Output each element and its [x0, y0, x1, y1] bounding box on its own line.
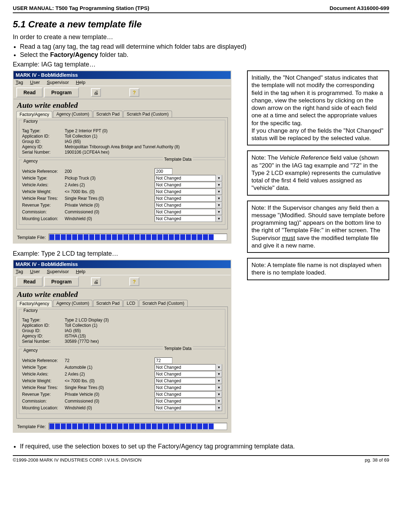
- mount-select[interactable]: Not Changed: [155, 405, 216, 411]
- chevron-down-icon[interactable]: ▼: [216, 195, 222, 202]
- footer-right: pg. 38 of 69: [365, 457, 389, 463]
- tab-agency-custom[interactable]: Agency (Custom): [53, 111, 92, 117]
- note-template-file: Note: A template file name is not displa…: [247, 258, 389, 280]
- menu-tag[interactable]: Tag: [16, 80, 23, 85]
- toolbar: Read Program 🖨 ?: [14, 275, 231, 288]
- rev-select[interactable]: Not Changed: [155, 391, 216, 398]
- read-button[interactable]: Read: [16, 277, 43, 287]
- menu-help[interactable]: Help: [76, 80, 85, 85]
- vref-input[interactable]: 72: [155, 357, 172, 364]
- factory-fieldset: Factory Tag Type:Type 2 Interior FPT (0)…: [19, 120, 225, 158]
- print-icon[interactable]: 🖨: [91, 88, 101, 97]
- agency-fieldset: Agency Template Data Vehicle Reference:2…: [19, 160, 225, 225]
- page-header: USER MANUAL: T500 Tag Programming Statio…: [13, 5, 389, 13]
- titlebar: MARK IV - BobMiddlemiss: [14, 260, 231, 268]
- vref-input[interactable]: 200: [155, 168, 172, 175]
- tab-scratch-pad-custom[interactable]: Scratch Pad (Custom): [123, 111, 172, 117]
- section-title: 5.1 Create a new template file: [13, 19, 389, 30]
- note-modified: Note: If the Supervisor changes any fiel…: [247, 201, 389, 253]
- template-data-legend: Template Data: [163, 157, 193, 162]
- tabs: Factory/Agency Agency (Custom) Scratch P…: [14, 110, 231, 117]
- chevron-down-icon[interactable]: ▼: [216, 202, 222, 208]
- page-footer: ©1999-2008 MARK IV INDUSTRIES CORP. I.V.…: [13, 455, 389, 463]
- progress-bar: [49, 234, 227, 241]
- tab-factory-agency[interactable]: Factory/Agency: [16, 111, 52, 118]
- chevron-down-icon[interactable]: ▼: [216, 209, 222, 215]
- menu-tag[interactable]: Tag: [16, 269, 23, 274]
- chevron-down-icon[interactable]: ▼: [216, 216, 222, 222]
- program-button[interactable]: Program: [44, 87, 79, 97]
- chevron-down-icon[interactable]: ▼: [216, 391, 222, 398]
- chevron-down-icon[interactable]: ▼: [216, 188, 222, 195]
- tab-agency-custom[interactable]: Agency (Custom): [53, 300, 92, 307]
- tabs: Factory/Agency Agency (Custom) Scratch P…: [14, 299, 231, 307]
- comm-select[interactable]: Not Changed: [155, 398, 216, 404]
- read-button[interactable]: Read: [16, 87, 43, 97]
- help-icon[interactable]: ?: [129, 88, 139, 97]
- factory-fieldset: Factory Tag Type:Type 2 LCD Display (3) …: [19, 309, 225, 347]
- chevron-down-icon[interactable]: ▼: [216, 182, 222, 188]
- menu-supervisor[interactable]: Supervisor: [47, 80, 69, 85]
- chevron-down-icon[interactable]: ▼: [216, 378, 222, 384]
- chevron-down-icon[interactable]: ▼: [216, 384, 222, 391]
- help-icon[interactable]: ?: [129, 277, 139, 286]
- chevron-down-icon[interactable]: ▼: [216, 175, 222, 181]
- agency-fieldset: Agency Template Data Vehicle Reference:7…: [19, 349, 225, 414]
- footer-left: ©1999-2008 MARK IV INDUSTRIES CORP. I.V.…: [13, 457, 141, 463]
- vrear-select[interactable]: Not Changed: [155, 195, 216, 202]
- comm-select[interactable]: Not Changed: [155, 209, 216, 215]
- vtype-select[interactable]: Not Changed: [155, 175, 216, 181]
- example1-caption: Example: IAG tag template…: [13, 61, 389, 68]
- vtype-select[interactable]: Not Changed: [155, 364, 216, 371]
- menubar: Tag User Supervisor Help: [14, 268, 231, 275]
- note-not-changed: Initially, the "Not Changed" status indi…: [247, 70, 389, 145]
- app-window-lcd: MARK IV - BobMiddlemiss Tag User Supervi…: [13, 260, 231, 433]
- app-window-iag: MARK IV - BobMiddlemiss Tag User Supervi…: [13, 70, 231, 244]
- vaxles-select[interactable]: Not Changed: [155, 371, 216, 377]
- template-file-row: Template File:: [14, 421, 231, 432]
- program-button[interactable]: Program: [44, 277, 79, 287]
- mount-select[interactable]: Not Changed: [155, 216, 216, 222]
- progress-bar: [49, 423, 227, 430]
- bullet-2: Select the Factory/Agency folder tab.: [20, 51, 389, 59]
- chevron-down-icon[interactable]: ▼: [216, 398, 222, 404]
- vweight-select[interactable]: Not Changed: [155, 378, 216, 384]
- print-icon[interactable]: 🖨: [91, 277, 101, 286]
- chevron-down-icon[interactable]: ▼: [216, 364, 222, 371]
- header-right: Document A316000-699: [329, 5, 389, 11]
- chevron-down-icon[interactable]: ▼: [216, 371, 222, 377]
- auto-write-label: Auto write enabled: [14, 288, 231, 299]
- bullet-bottom: If required, use the selection boxes to …: [20, 443, 389, 450]
- note-vehicle-reference: Note: The Vehicle Reference field value …: [247, 150, 389, 195]
- menu-user[interactable]: User: [30, 80, 40, 85]
- tab-scratch-pad[interactable]: Scratch Pad: [93, 111, 123, 117]
- intro-text: In order to create a new template…: [13, 33, 389, 41]
- template-file-row: Template File:: [14, 232, 231, 243]
- tab-factory-agency[interactable]: Factory/Agency: [16, 300, 52, 307]
- vrear-select[interactable]: Not Changed: [155, 384, 216, 391]
- menu-user[interactable]: User: [30, 269, 40, 274]
- menubar: Tag User Supervisor Help: [14, 79, 231, 86]
- vweight-select[interactable]: Not Changed: [155, 188, 216, 195]
- tab-lcd[interactable]: LCD: [123, 300, 138, 307]
- template-file-label: Template File:: [17, 235, 46, 240]
- template-file-label: Template File:: [17, 424, 46, 429]
- template-data-legend: Template Data: [163, 346, 193, 351]
- menu-help[interactable]: Help: [76, 269, 85, 274]
- menu-supervisor[interactable]: Supervisor: [47, 269, 69, 274]
- chevron-down-icon[interactable]: ▼: [216, 405, 222, 411]
- header-left: USER MANUAL: T500 Tag Programming Statio…: [13, 5, 149, 11]
- example2-caption: Example: Type 2 LCD tag template…: [13, 250, 240, 257]
- bullet-1: Read a tag (any tag, the tag read will d…: [20, 43, 389, 50]
- auto-write-label: Auto write enabled: [14, 99, 231, 110]
- tab-scratch-pad-custom[interactable]: Scratch Pad (Custom): [139, 300, 187, 307]
- vaxles-select[interactable]: Not Changed: [155, 182, 216, 188]
- titlebar: MARK IV - BobMiddlemiss: [14, 71, 231, 79]
- tab-scratch-pad[interactable]: Scratch Pad: [93, 300, 123, 307]
- rev-select[interactable]: Not Changed: [155, 202, 216, 208]
- toolbar: Read Program 🖨 ?: [14, 86, 231, 99]
